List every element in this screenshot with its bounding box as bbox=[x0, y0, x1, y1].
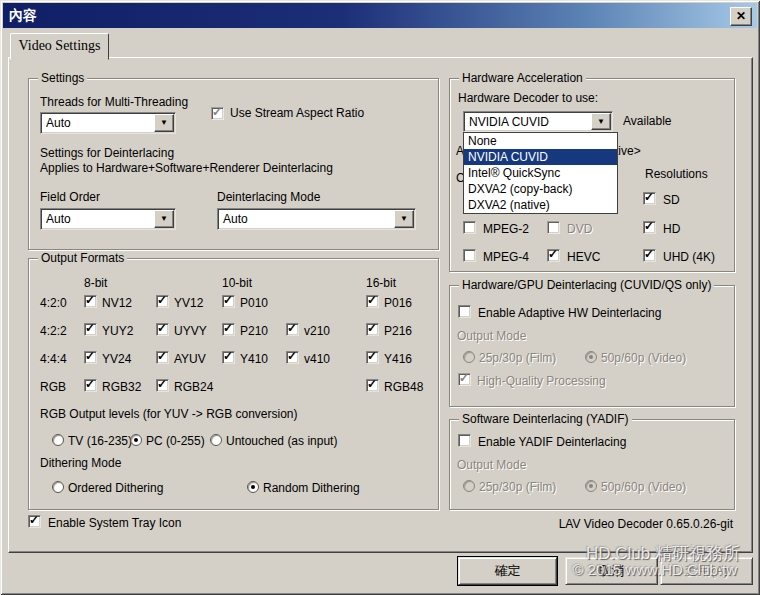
hw-deint-group: Hardware/GPU Deinterlacing (CUVID/QS onl… bbox=[449, 285, 735, 407]
check-icon: ✓ bbox=[548, 248, 558, 261]
checkbox-p216[interactable]: ✓ bbox=[366, 323, 379, 336]
use-stream-ar-checkbox[interactable]: ✓ bbox=[211, 107, 224, 120]
radio-hw-film bbox=[463, 351, 475, 363]
hevc-label: HEVC bbox=[567, 250, 600, 264]
properties-dialog: 內容 ✕ Video Settings Settings Threads for… bbox=[0, 0, 760, 595]
chevron-down-icon[interactable]: ▼ bbox=[154, 114, 174, 132]
chevron-down-icon[interactable]: ▼ bbox=[591, 113, 611, 130]
radio-pc-levels[interactable] bbox=[130, 434, 142, 446]
dropdown-option-intel-quicksync[interactable]: Intel® QuickSync bbox=[464, 165, 617, 181]
sw-video-label: 50p/60p (Video) bbox=[601, 480, 686, 494]
checkbox-mpeg2[interactable] bbox=[463, 221, 476, 234]
checkbox-p210[interactable]: ✓ bbox=[222, 323, 235, 336]
field-order-label: Field Order bbox=[40, 190, 100, 204]
dropdown-option-none[interactable]: None bbox=[464, 133, 617, 149]
chevron-down-icon[interactable]: ▼ bbox=[394, 210, 414, 228]
checkbox-sd[interactable]: ✓ bbox=[643, 192, 656, 205]
hw-output-mode-label: Output Mode bbox=[457, 329, 526, 343]
hw-deint-title: Hardware/GPU Deinterlacing (CUVID/QS onl… bbox=[459, 279, 714, 292]
v410-label: v410 bbox=[304, 352, 330, 366]
radio-tv-levels[interactable] bbox=[52, 434, 64, 446]
uyvy-label: UYVY bbox=[174, 324, 207, 338]
chevron-down-icon[interactable]: ▼ bbox=[154, 210, 174, 228]
v210-label: v210 bbox=[304, 324, 330, 338]
check-icon: ✓ bbox=[459, 372, 469, 385]
checkbox-rgb32[interactable]: ✓ bbox=[84, 379, 97, 392]
checkbox-ayuv[interactable]: ✓ bbox=[156, 351, 169, 364]
checkbox-hd[interactable]: ✓ bbox=[643, 221, 656, 234]
radio-sw-film bbox=[463, 480, 475, 492]
check-icon: ✓ bbox=[367, 294, 377, 307]
rgb48-label: RGB48 bbox=[384, 380, 423, 394]
sd-label: SD bbox=[663, 193, 680, 207]
checkbox-nv12[interactable]: ✓ bbox=[84, 295, 97, 308]
checkbox-uhd[interactable]: ✓ bbox=[643, 249, 656, 262]
row-label-422: 4:2:2 bbox=[40, 324, 67, 338]
checkbox-y410[interactable]: ✓ bbox=[222, 351, 235, 364]
dithering-label: Dithering Mode bbox=[40, 456, 121, 470]
checkbox-mpeg4[interactable] bbox=[463, 249, 476, 262]
checkbox-yv24[interactable]: ✓ bbox=[84, 351, 97, 364]
untouched-levels-label: Untouched (as input) bbox=[226, 434, 337, 448]
dropdown-option-nvidia-cuvid[interactable]: NVIDIA CUVID bbox=[464, 149, 617, 165]
field-order-combobox[interactable]: Auto ▼ bbox=[40, 208, 176, 230]
yadif-label: Enable YADIF Deinterlacing bbox=[478, 435, 626, 449]
adaptive-hw-deint-label: Enable Adaptive HW Deinterlacing bbox=[478, 306, 661, 320]
checkbox-rgb48[interactable]: ✓ bbox=[366, 379, 379, 392]
checkbox-p010[interactable]: ✓ bbox=[222, 295, 235, 308]
col-header-16bit: 16-bit bbox=[366, 276, 396, 290]
pc-levels-label: PC (0-255) bbox=[146, 434, 205, 448]
yadif-checkbox[interactable] bbox=[458, 434, 471, 447]
titlebar[interactable]: 內容 ✕ bbox=[3, 3, 757, 28]
hw-decoder-dropdown-list: None NVIDIA CUVID Intel® QuickSync DXVA2… bbox=[463, 132, 618, 214]
check-icon: ✓ bbox=[644, 220, 654, 233]
checkbox-rgb24[interactable]: ✓ bbox=[156, 379, 169, 392]
window-title: 內容 bbox=[9, 7, 37, 23]
checkbox-v410[interactable]: ✓ bbox=[286, 351, 299, 364]
check-icon: ✓ bbox=[367, 350, 377, 363]
radio-hw-video bbox=[585, 351, 597, 363]
yv24-label: YV24 bbox=[102, 352, 131, 366]
radio-ordered-dithering[interactable] bbox=[52, 481, 64, 493]
radio-sw-video bbox=[585, 480, 597, 492]
checkbox-yv12[interactable]: ✓ bbox=[156, 295, 169, 308]
p016-label: P016 bbox=[384, 296, 412, 310]
check-icon: ✓ bbox=[85, 322, 95, 335]
tv-levels-label: TV (16-235) bbox=[68, 434, 132, 448]
checkbox-p016[interactable]: ✓ bbox=[366, 295, 379, 308]
checkbox-v210[interactable]: ✓ bbox=[286, 323, 299, 336]
row-label-444: 4:4:4 bbox=[40, 352, 67, 366]
tab-label: Video Settings bbox=[19, 38, 101, 53]
sw-output-mode-label: Output Mode bbox=[457, 458, 526, 472]
checkbox-yuy2[interactable]: ✓ bbox=[84, 323, 97, 336]
check-icon: ✓ bbox=[644, 248, 654, 261]
check-icon: ✓ bbox=[367, 322, 377, 335]
ok-button[interactable]: 確定 bbox=[458, 557, 557, 585]
tray-icon-checkbox[interactable]: ✓ bbox=[28, 515, 41, 528]
y410-label: Y410 bbox=[240, 352, 268, 366]
field-order-value: Auto bbox=[46, 212, 71, 226]
deint-mode-combobox[interactable]: Auto ▼ bbox=[217, 208, 416, 230]
close-button[interactable]: ✕ bbox=[730, 7, 752, 26]
check-icon: ✓ bbox=[367, 378, 377, 391]
tab-video-settings[interactable]: Video Settings bbox=[10, 33, 109, 60]
dropdown-option-dxva2-native[interactable]: DXVA2 (native) bbox=[464, 197, 617, 213]
hw-accel-title: Hardware Acceleration bbox=[459, 72, 586, 85]
check-icon: ✓ bbox=[157, 322, 167, 335]
radio-random-dithering[interactable] bbox=[247, 481, 259, 493]
hw-decoder-combobox[interactable]: NVIDIA CUVID ▼ bbox=[463, 111, 613, 132]
dropdown-option-dxva2-copyback[interactable]: DXVA2 (copy-back) bbox=[464, 181, 617, 197]
hd-label: HD bbox=[663, 222, 680, 236]
check-icon: ✓ bbox=[223, 294, 233, 307]
threads-combobox[interactable]: Auto ▼ bbox=[40, 112, 176, 134]
checkbox-hevc[interactable]: ✓ bbox=[547, 249, 560, 262]
checkbox-y416[interactable]: ✓ bbox=[366, 351, 379, 364]
check-icon: ✓ bbox=[223, 322, 233, 335]
checkbox-uyvy[interactable]: ✓ bbox=[156, 323, 169, 336]
deint-mode-label: Deinterlacing Mode bbox=[217, 190, 320, 204]
p216-label: P216 bbox=[384, 324, 412, 338]
adaptive-hw-deint-checkbox[interactable] bbox=[458, 305, 471, 318]
radio-untouched-levels[interactable] bbox=[210, 434, 222, 446]
close-icon: ✕ bbox=[736, 9, 746, 23]
sw-film-label: 25p/30p (Film) bbox=[479, 480, 556, 494]
